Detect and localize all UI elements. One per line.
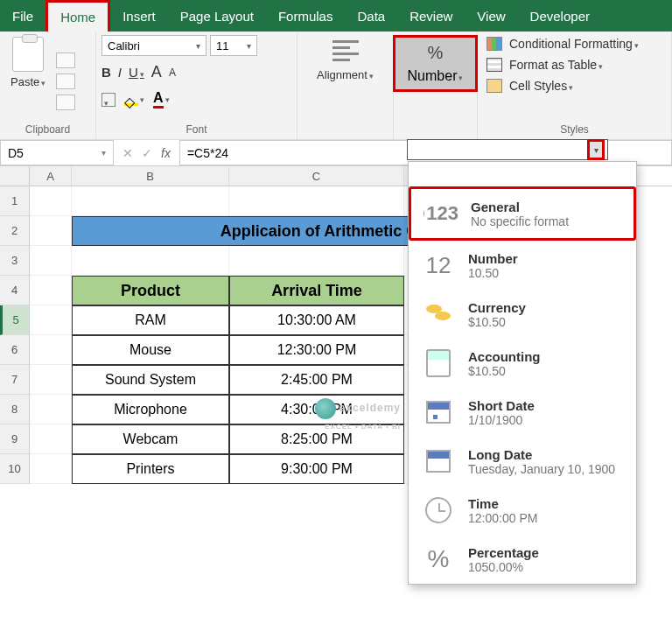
tab-file[interactable]: File bbox=[0, 0, 46, 32]
fx-button[interactable]: fx bbox=[161, 146, 171, 160]
underline-button[interactable]: U bbox=[129, 65, 144, 80]
name-box[interactable]: D5▾ bbox=[0, 140, 114, 165]
format-percentage[interactable]: % Percentage1050.00% bbox=[409, 535, 636, 584]
svg-rect-0 bbox=[332, 40, 359, 43]
conditional-formatting-button[interactable]: Conditional Formatting bbox=[486, 37, 639, 51]
cell[interactable]: 12:30:00 PM bbox=[229, 335, 404, 365]
accounting-icon bbox=[421, 347, 456, 379]
cell[interactable] bbox=[30, 335, 72, 365]
cell[interactable]: 2:45:00 PM bbox=[229, 365, 404, 395]
format-currency[interactable]: Currency$10.50 bbox=[409, 290, 636, 339]
number-format-button[interactable]: % Number bbox=[393, 35, 479, 92]
tab-home[interactable]: Home bbox=[46, 0, 110, 32]
cell[interactable] bbox=[30, 246, 72, 276]
time-icon bbox=[421, 494, 456, 526]
col-head-a[interactable]: A bbox=[30, 166, 72, 186]
ribbon-tabs: File Home Insert Page Layout Formulas Da… bbox=[0, 0, 672, 32]
cell[interactable] bbox=[72, 186, 229, 216]
row-head[interactable]: 2 bbox=[0, 216, 30, 246]
paste-label: Paste bbox=[10, 75, 46, 88]
table-icon bbox=[486, 58, 502, 72]
borders-button[interactable] bbox=[102, 93, 116, 107]
alignment-button[interactable]: Alignment bbox=[312, 35, 379, 83]
bold-button[interactable]: B bbox=[102, 65, 111, 80]
tab-insert[interactable]: Insert bbox=[110, 0, 168, 32]
header-cell[interactable]: Arrival Time bbox=[229, 276, 404, 305]
format-accounting[interactable]: Accounting$10.50 bbox=[409, 339, 636, 388]
italic-button[interactable]: I bbox=[118, 65, 122, 80]
clipboard-group-label: Clipboard bbox=[5, 121, 90, 139]
font-group-label: Font bbox=[102, 121, 291, 139]
format-general[interactable]: 123 GeneralNo specific format bbox=[409, 186, 636, 241]
font-name-combo[interactable]: Calibri▾ bbox=[102, 35, 206, 56]
cell[interactable] bbox=[30, 424, 72, 454]
cut-button[interactable] bbox=[56, 53, 75, 68]
cell[interactable]: Mouse bbox=[72, 335, 229, 365]
tab-data[interactable]: Data bbox=[345, 0, 397, 32]
general-icon: 123 bbox=[424, 198, 458, 229]
alignment-label: Alignment bbox=[317, 68, 374, 81]
cell[interactable]: Webcam bbox=[72, 424, 229, 454]
cell[interactable]: Sound System bbox=[72, 365, 229, 395]
tab-page-layout[interactable]: Page Layout bbox=[168, 0, 266, 32]
cell[interactable] bbox=[30, 395, 72, 424]
currency-icon bbox=[421, 298, 456, 330]
font-size-combo[interactable]: 11▾ bbox=[210, 35, 257, 56]
row-head[interactable]: 5 bbox=[0, 305, 30, 335]
cell[interactable] bbox=[30, 454, 72, 484]
col-head-c[interactable]: C bbox=[229, 166, 404, 186]
format-number[interactable]: 12 Number10.50 bbox=[409, 241, 636, 290]
cell[interactable] bbox=[229, 246, 404, 276]
percentage-icon: % bbox=[421, 543, 456, 575]
watermark: exceldemy EXCEL • DATA • BI bbox=[315, 398, 401, 433]
row-head[interactable]: 10 bbox=[0, 454, 30, 484]
cancel-formula-button[interactable]: ✕ bbox=[122, 146, 133, 160]
format-painter-button[interactable] bbox=[56, 95, 75, 110]
format-search-input[interactable] bbox=[407, 139, 608, 160]
row-head[interactable]: 9 bbox=[0, 424, 30, 454]
tab-view[interactable]: View bbox=[465, 0, 517, 32]
cell[interactable] bbox=[30, 365, 72, 395]
percent-icon: % bbox=[428, 43, 444, 63]
tab-formulas[interactable]: Formulas bbox=[266, 0, 346, 32]
select-all[interactable] bbox=[0, 166, 30, 186]
grow-font-button[interactable]: A bbox=[151, 63, 162, 81]
fill-color-button[interactable]: ◇ bbox=[124, 94, 144, 106]
tab-developer[interactable]: Developer bbox=[518, 0, 602, 32]
font-color-button[interactable]: A bbox=[153, 90, 170, 109]
cell[interactable] bbox=[30, 186, 72, 216]
format-short-date[interactable]: Short Date1/10/1900 bbox=[409, 388, 636, 437]
copy-button[interactable] bbox=[56, 74, 75, 89]
cell[interactable]: Microphone bbox=[72, 395, 229, 424]
col-head-b[interactable]: B bbox=[72, 166, 229, 186]
header-cell[interactable]: Product bbox=[72, 276, 229, 305]
cell[interactable] bbox=[72, 246, 229, 276]
svg-rect-3 bbox=[332, 59, 350, 61]
cell[interactable] bbox=[30, 305, 72, 335]
short-date-icon bbox=[421, 396, 456, 428]
cell[interactable]: Printers bbox=[72, 454, 229, 484]
format-dropdown-button[interactable]: ▾ bbox=[587, 139, 605, 160]
cell-styles-button[interactable]: Cell Styles bbox=[486, 79, 639, 93]
cell[interactable]: RAM bbox=[72, 305, 229, 335]
row-head[interactable]: 4 bbox=[0, 276, 30, 305]
shrink-font-button[interactable]: A bbox=[169, 67, 176, 79]
row-head[interactable]: 1 bbox=[0, 186, 30, 216]
cell[interactable] bbox=[229, 186, 404, 216]
row-head[interactable]: 7 bbox=[0, 365, 30, 395]
row-head[interactable]: 6 bbox=[0, 335, 30, 365]
long-date-icon bbox=[421, 445, 456, 477]
tab-review[interactable]: Review bbox=[397, 0, 465, 32]
format-long-date[interactable]: Long DateTuesday, January 10, 1900 bbox=[409, 437, 636, 486]
cell[interactable] bbox=[30, 216, 72, 246]
enter-formula-button[interactable]: ✓ bbox=[142, 146, 152, 160]
format-as-table-button[interactable]: Format as Table bbox=[486, 58, 639, 72]
cell[interactable]: 10:30:00 AM bbox=[229, 305, 404, 335]
row-head[interactable]: 8 bbox=[0, 395, 30, 424]
cell[interactable]: 9:30:00 PM bbox=[229, 454, 404, 484]
row-head[interactable]: 3 bbox=[0, 246, 30, 276]
number-icon: 12 bbox=[421, 249, 456, 281]
format-time[interactable]: Time12:00:00 PM bbox=[409, 486, 636, 535]
paste-button[interactable]: Paste bbox=[5, 35, 51, 90]
cell[interactable] bbox=[30, 276, 72, 305]
